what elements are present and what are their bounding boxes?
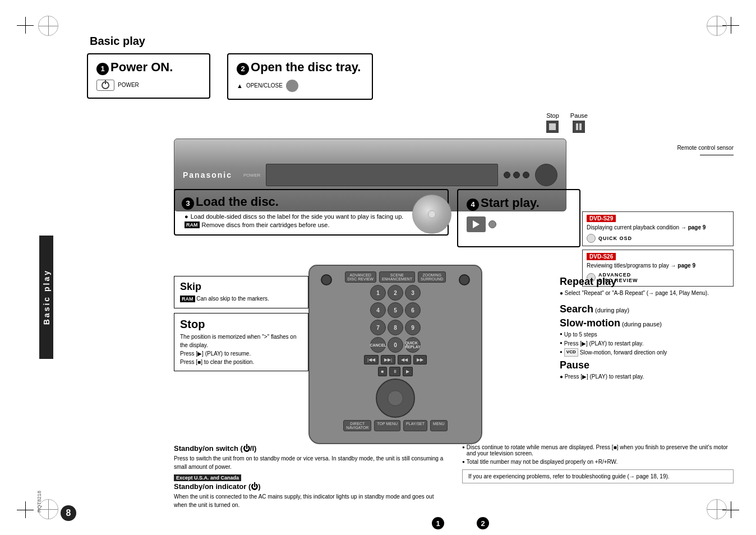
slow-title: Slow-motion — [560, 317, 620, 329]
device-btn-2[interactable] — [513, 172, 520, 178]
search-section: Search (during play) — [560, 303, 734, 315]
device-power-area: POWER — [243, 173, 260, 178]
stop-button[interactable] — [546, 121, 559, 133]
step4-number: 4 — [467, 199, 479, 211]
num-btn-6[interactable]: 6 — [405, 302, 421, 318]
rew-btn[interactable]: ◀◀ — [398, 355, 411, 365]
open-button-area: ▲ OPEN/CLOSE — [237, 80, 363, 92]
open-label: OPEN/CLOSE — [246, 82, 283, 89]
step1-box: 1 Power ON. POWER — [87, 53, 210, 99]
play-button-area — [467, 216, 571, 232]
remote-btn-zoom[interactable]: ZOOMINGSURROUND — [418, 271, 446, 283]
play-transport-btn[interactable]: ▶ — [403, 367, 413, 376]
dvd-s26-text: Reviewing titles/programs to play → page… — [587, 262, 729, 270]
right-controls: Repeat play ● Select "Repeat" or "A-B Re… — [560, 276, 734, 381]
stop-label: Stop — [546, 112, 559, 119]
play-circle — [488, 220, 496, 228]
step3-bullet1: ● Load double-sided discs so the label f… — [185, 213, 441, 220]
quick-osd-circle — [587, 234, 596, 243]
device-tray[interactable] — [266, 164, 498, 186]
pause-transport-btn[interactable]: ⏸ — [389, 367, 400, 376]
top-menu-btn[interactable]: TOP MENU — [374, 420, 400, 431]
pause-bar-2 — [579, 123, 582, 130]
nav-circle[interactable] — [376, 379, 415, 418]
standby-indicator-title: Standby/on indicator (⏻) — [174, 482, 445, 491]
circle-crosshair-top-left — [38, 16, 58, 36]
slow-section: Slow-motion (during pause) Up to 5 steps… — [560, 317, 734, 357]
slow-bullet-2: Press [▶] (PLAY) to restart play. — [560, 339, 734, 348]
remote-btn-enhancement[interactable]: SCENEENHANCEMENT — [379, 271, 415, 283]
prev-btn[interactable]: |◀◀ — [364, 355, 379, 365]
power-button[interactable] — [96, 80, 114, 91]
open-circle-btn[interactable] — [286, 80, 298, 92]
device-brand: Panasonic — [183, 170, 232, 179]
num-btn-4[interactable]: 4 — [370, 302, 386, 318]
pause-text: ● Press [▶] (PLAY) to restart play. — [560, 372, 734, 381]
vcd-badge: VCD — [564, 348, 578, 357]
num-btn-2[interactable]: 2 — [388, 285, 403, 301]
num-btn-0[interactable]: 0 — [388, 337, 403, 353]
repeat-title: Repeat play — [560, 276, 734, 288]
pause-section-title: Pause — [560, 359, 734, 371]
remote-num-circle-2: 2 — [477, 517, 489, 529]
crosshair-bottom-left — [17, 501, 34, 518]
num-btn-1[interactable]: 1 — [370, 285, 386, 301]
dvd-s29-badge: DVD-S29 — [587, 215, 616, 222]
pause-label: Pause — [570, 112, 588, 119]
sidebar-label: Basic play — [39, 236, 53, 359]
stop-section-title: Stop — [180, 318, 302, 331]
stop-section-box: Stop The position is memorized when ">" … — [174, 313, 308, 371]
rqt-number: RQT8218 — [36, 491, 42, 513]
direct-navigator-btn[interactable]: DIRECTNAVIGATOR — [343, 420, 371, 431]
search-subtitle: (during play) — [595, 307, 629, 313]
power-button-area: POWER — [96, 80, 201, 91]
stop-transport-btn[interactable]: ■ — [378, 367, 388, 376]
top-section: 1 Power ON. POWER 2 Open the disc tray. … — [87, 53, 745, 100]
usa-canada-area: Except U.S.A. and Canada Standby/on indi… — [174, 474, 445, 509]
standby-switch-title: Standby/on switch (⏻/I) — [174, 444, 445, 453]
remote-circle-indicator-1 — [321, 274, 332, 285]
num-btn-8[interactable]: 8 — [388, 320, 403, 335]
num-btn-7[interactable]: 7 — [370, 320, 386, 335]
standby-left: Standby/on switch (⏻/I) Press to switch … — [174, 444, 445, 509]
skip-ram-badge: RAM — [180, 296, 195, 302]
standby-bullet-1: Discs continue to rotate while menus are… — [462, 444, 734, 456]
right-panel-spacer — [582, 139, 734, 211]
disc-image — [412, 195, 451, 234]
step3-title-row: 3 Load the disc. — [182, 195, 441, 210]
remote-btn-disc-review[interactable]: ADVANCEDDISC REVIEW — [345, 271, 376, 283]
play-set-btn[interactable]: PLAY/SET — [403, 420, 427, 431]
transport-row-2: ■ ⏸ ▶ — [378, 367, 413, 376]
step3-title-text: Load the disc. — [196, 195, 279, 209]
num-btn-3[interactable]: 3 — [405, 285, 421, 301]
pause-button[interactable] — [573, 121, 585, 133]
device-btn-1[interactable] — [504, 172, 510, 178]
step2-box: 2 Open the disc tray. ▲ OPEN/CLOSE — [227, 53, 373, 100]
step2-title-text: Open the disc tray. — [251, 60, 361, 74]
play-triangle-icon — [473, 220, 480, 228]
fwd-btn[interactable]: ▶▶ — [413, 355, 427, 365]
device-disc-slot — [535, 164, 557, 186]
num-btn-cancel[interactable]: CANCEL — [370, 337, 386, 353]
num-btn-quick-replay[interactable]: QUICK REPLAY — [405, 337, 421, 353]
transport-row-1: |◀◀ ▶▶| ◀◀ ▶▶ — [364, 355, 427, 365]
quick-osd-btn[interactable]: QUICK OSD — [587, 234, 729, 243]
num-btn-5[interactable]: 5 — [388, 302, 403, 318]
repeat-text: ● Select "Repeat" or "A-B Repeat" (→ pag… — [560, 289, 734, 298]
step4-box: 4 Start play. — [457, 189, 580, 247]
num-btn-9[interactable]: 9 — [405, 320, 421, 335]
menu-btn[interactable]: MENU — [430, 420, 448, 431]
remote-bottom-row: DIRECTNAVIGATOR TOP MENU PLAY/SET MENU — [315, 420, 476, 431]
pause-item: Pause — [570, 112, 588, 133]
sidebar-text: Basic play — [42, 269, 51, 325]
play-button[interactable] — [467, 216, 486, 232]
next-btn[interactable]: ▶▶| — [381, 355, 395, 365]
pause-bar-1 — [576, 123, 578, 130]
stop-item: Stop — [546, 112, 559, 133]
usa-canada-badge: Except U.S.A. and Canada — [174, 474, 241, 481]
slow-subtitle: (during pause) — [622, 321, 662, 328]
standby-right: Discs continue to rotate while menus are… — [462, 444, 734, 509]
standby-switch-text: Press to switch the unit from on to stan… — [174, 454, 445, 471]
device-btn-3[interactable] — [523, 172, 529, 178]
troubleshoot-box: If you are experiencing problems, refer … — [462, 469, 734, 483]
